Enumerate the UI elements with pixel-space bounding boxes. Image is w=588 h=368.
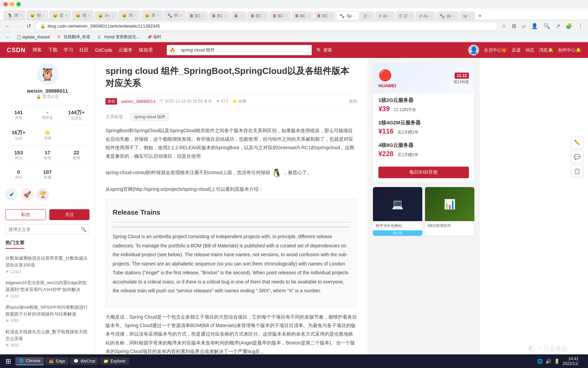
tool-edit-button[interactable]: ✏️ [571, 136, 583, 149]
tab-close-icon[interactable]: × [389, 14, 391, 18]
tab-close-icon[interactable]: × [134, 14, 136, 17]
tab-22[interactable]: 🐾du× [436, 11, 458, 20]
hot-article-link[interactable]: edgewin10无法安装_win10内置Edge浏览器遇到"您未安装FLASH… [5, 279, 89, 293]
tab-23[interactable]: sp× [459, 11, 475, 20]
hot-article-link[interactable]: 用spss做mk检验_SPSS中对问卷数据进行探索因子分析的详细操作与结果解读 [5, 304, 89, 317]
tab-16-active[interactable]: 🐾Sp× [336, 11, 359, 20]
tab-close-icon[interactable]: × [241, 14, 243, 18]
tab-search-icon[interactable]: ⊞ [510, 21, 518, 31]
close-button[interactable] [3, 2, 8, 6]
tab-21[interactable]: ddu× [416, 11, 436, 20]
battery-icon[interactable]: 🔋 [554, 358, 560, 364]
hot-article-link[interactable]: 分数加减乘除混合运算带答案_分数加减法混合运算100道 [5, 255, 89, 268]
user-avatar-header[interactable]: 👤 [468, 45, 479, 56]
tag-item[interactable]: spring cloud 组件 [130, 113, 169, 121]
tab-7[interactable]: 🐱苏× [141, 10, 163, 20]
search-input[interactable] [178, 46, 312, 55]
tab-6[interactable]: 🐱消× [118, 10, 140, 20]
search-icon[interactable]: 🔍 [542, 21, 552, 31]
tab-close-icon[interactable]: × [180, 14, 182, 17]
new-tab-button[interactable]: + [475, 13, 485, 20]
tab-close-icon[interactable]: × [330, 14, 332, 18]
share-icon[interactable]: ↗ [554, 21, 561, 31]
taskbar-explorer[interactable]: 📁 Explorer [100, 357, 129, 365]
tab-3[interactable]: 🐱是× [49, 10, 71, 20]
hot-article-link[interactable]: 机顶盒天线接头怎么接_数字电视接收天线怎么安装 [5, 328, 89, 342]
tab-1[interactable]: 🐧消× [3, 10, 26, 20]
nav-download[interactable]: 下载 [48, 47, 58, 53]
member-center-link[interactable]: 会员中心🎁 [484, 47, 507, 53]
private-message-button[interactable]: 私信 [5, 209, 46, 220]
tool-note-button[interactable]: 📋 [571, 165, 583, 177]
nav-blog[interactable]: 博客 [32, 47, 42, 53]
tab-9[interactable]: BBC× [186, 11, 208, 20]
nav-gitcode[interactable]: GitCode [95, 47, 112, 53]
nav-learn[interactable]: 学习 [64, 47, 73, 53]
tab-15[interactable]: BBC× [314, 11, 335, 20]
tab-10[interactable]: BBC× [209, 11, 230, 20]
minimize-button[interactable] [10, 2, 14, 6]
bookmark-star-icon[interactable]: ☆ [500, 21, 508, 31]
taskbar-chrome[interactable]: 🌐 Chrome [15, 357, 44, 365]
ad-cta-button[interactable]: 每日9:00开抢 [378, 167, 469, 178]
split-view-icon[interactable]: ▱ [520, 21, 527, 31]
bookmark-youdao[interactable]: Y 在线翻译_有道 [55, 33, 93, 41]
message-link[interactable]: 消息🔔 [539, 47, 553, 53]
tab-4[interactable]: 🐱创× [72, 10, 94, 20]
tool-chat-button[interactable]: 💬 [571, 151, 583, 163]
tab-18[interactable]: (2× [360, 11, 375, 20]
taskbar-wechat[interactable]: 💬 WeChat [70, 357, 99, 365]
tab-close-icon[interactable]: × [224, 14, 226, 18]
refresh-button[interactable]: ↺ [25, 21, 32, 31]
tab-close-icon[interactable]: × [65, 14, 67, 17]
blog-search-button[interactable]: 🔍 [78, 225, 89, 234]
tab-12[interactable]: BBC× [247, 11, 269, 20]
nav-cloud[interactable]: 云服务 [118, 47, 133, 53]
huawei-ad-banner[interactable]: 🔴 HUAWEI 12.12 双12特惠 1核2G云服务器 ¥39 12.12到… [373, 63, 474, 182]
tab-8[interactable]: 🐾码× [164, 10, 186, 20]
create-center-link[interactable]: 创作中心🔔 [558, 47, 581, 53]
nav-monkey[interactable]: 猿如意 [139, 47, 153, 53]
tab-11[interactable]: B× [231, 11, 247, 20]
tab-20[interactable]: C(2× [395, 11, 415, 20]
volume-icon[interactable]: 🔊 [545, 358, 551, 364]
tab-13[interactable]: BBC× [270, 11, 291, 20]
tab-close-icon[interactable]: × [43, 14, 45, 17]
extensions-icon[interactable]: 🧩 [564, 21, 574, 31]
ad-small-1[interactable]: 💻 程序员外包网站 04:39 [373, 187, 422, 236]
tab-close-icon[interactable]: × [112, 14, 114, 18]
tab-close-icon[interactable]: × [263, 14, 265, 18]
bookmark-temp[interactable]: 📌 临时 [144, 33, 164, 41]
tab-19[interactable]: ddu× [375, 11, 395, 20]
tab-close-icon[interactable]: × [353, 14, 355, 18]
start-button[interactable]: ⊞ [3, 356, 14, 367]
nav-community[interactable]: 社区 [79, 47, 89, 53]
tab-5[interactable]: 🐱P+× [94, 11, 117, 20]
tab-14[interactable]: BBC× [292, 11, 313, 20]
network-icon[interactable]: 🌐 [537, 358, 543, 364]
bookmark-teplate[interactable]: 📋 teplate_check4 [14, 34, 53, 40]
search-button[interactable]: 🔍 搜索 [312, 45, 337, 55]
taskbar-edge[interactable]: 🦊 Edge [45, 357, 69, 365]
tab-close-icon[interactable]: × [369, 14, 371, 18]
meta-author[interactable]: weixin_39898011 [121, 99, 156, 104]
tab-close-icon[interactable]: × [88, 14, 90, 17]
tab-close-icon[interactable]: × [307, 14, 309, 18]
meta-copyright[interactable]: 版权 [349, 98, 357, 104]
tab-close-icon[interactable]: × [157, 14, 159, 17]
profile-icon[interactable]: 👤 [530, 21, 539, 31]
url-bar[interactable]: 🔒 blog.csdn.net/weixin_39898011/article/… [35, 22, 497, 30]
ad-small-2[interactable]: 📊 MES管理软件 [425, 187, 474, 236]
tab-close-icon[interactable]: × [285, 14, 287, 18]
back-button-2[interactable]: ← [4, 34, 12, 40]
maximize-button[interactable] [16, 2, 21, 6]
footprint-link[interactable]: 足迹 [512, 47, 521, 53]
forward-button[interactable]: → [14, 22, 22, 31]
tab-close-icon[interactable]: × [409, 14, 411, 18]
blog-search-input[interactable] [6, 225, 78, 234]
tab-2[interactable]: 🐱创× [26, 10, 48, 20]
tab-close-icon[interactable]: × [430, 14, 432, 18]
menu-icon[interactable]: ⋮ [576, 21, 585, 31]
follow-button[interactable]: 关注 [49, 209, 90, 220]
tab-close-icon[interactable]: × [202, 14, 204, 18]
